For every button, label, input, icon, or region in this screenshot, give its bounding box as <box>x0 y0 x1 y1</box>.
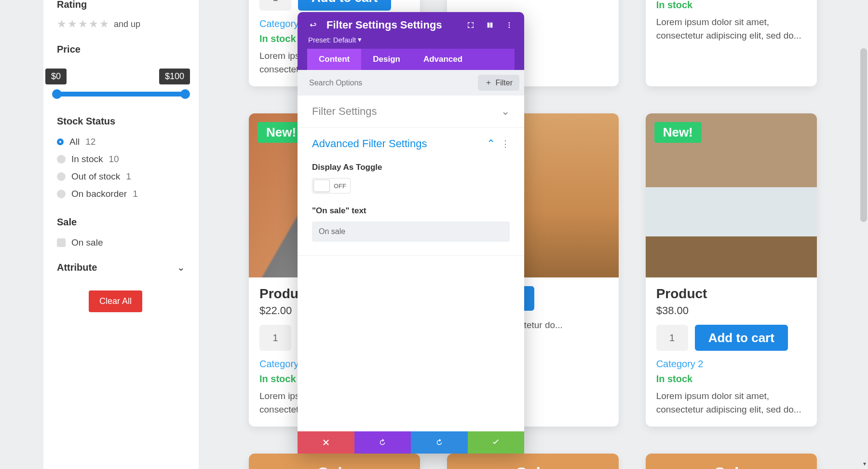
stock-option-count: 1 <box>133 189 138 199</box>
undo-button[interactable] <box>354 431 411 454</box>
radio-icon <box>57 190 66 198</box>
modal-title: Filter Settings Settings <box>326 19 457 31</box>
star-icon: ★ <box>78 19 88 29</box>
on-sale-label: On sale <box>71 237 103 248</box>
product-card: Category 2 In stock Lorem ipsum dolor si… <box>646 0 817 86</box>
price-heading: Price <box>57 44 185 55</box>
svg-point-1 <box>509 25 510 26</box>
tab-content[interactable]: Content <box>307 49 361 70</box>
sale-banner[interactable]: Sale <box>646 454 817 469</box>
onsale-text-label: "On sale" text <box>312 206 510 216</box>
star-icon: ★ <box>89 19 98 29</box>
toggle-state: OFF <box>334 182 346 190</box>
tab-design[interactable]: Design <box>361 49 412 70</box>
add-filter-button[interactable]: ＋ Filter <box>478 75 519 91</box>
columns-icon[interactable] <box>485 20 495 30</box>
price-min: $0 <box>45 69 67 84</box>
modal-tabs: Content Design Advanced <box>307 49 515 70</box>
new-badge: New! <box>654 122 702 143</box>
plus-icon: ＋ <box>485 78 492 88</box>
stock-option[interactable]: All 12 <box>57 137 185 147</box>
preset-label: Preset: Default <box>308 36 356 44</box>
onsale-text-input[interactable] <box>312 221 510 242</box>
star-icon: ★ <box>68 19 77 29</box>
star-icon: ★ <box>57 19 67 29</box>
chevron-down-icon: ⌄ <box>177 262 185 273</box>
modal-header: Filter Settings Settings Preset: Default… <box>298 12 524 70</box>
toggle-knob <box>313 179 330 192</box>
save-button[interactable] <box>468 431 525 454</box>
filter-sidebar: Rating ★ ★ ★ ★ ★ and up Price $0 $100 St… <box>43 0 199 469</box>
preset-dropdown[interactable]: Preset: Default ▾ <box>308 35 515 44</box>
product-name[interactable]: Product <box>656 286 806 302</box>
radio-icon <box>57 172 66 181</box>
rating-filter[interactable]: ★ ★ ★ ★ ★ and up <box>57 19 185 29</box>
display-toggle-label: Display As Toggle <box>312 163 510 172</box>
back-icon[interactable] <box>307 20 318 30</box>
add-to-cart-button[interactable]: Add to cart <box>695 325 788 351</box>
clear-all-button[interactable]: Clear All <box>89 290 142 312</box>
price-max: $100 <box>159 69 190 84</box>
stock-status: In stock <box>656 0 806 11</box>
chevron-down-icon: ⌄ <box>501 105 510 118</box>
product-description: Lorem ipsum dolor sit amet, consectetur … <box>656 15 806 42</box>
product-image[interactable]: New! <box>646 113 817 277</box>
filter-btn-label: Filter <box>495 79 513 87</box>
stock-status-list: All 12 In stock 10 Out of stock 1 On bac… <box>57 137 185 199</box>
filter-settings-modal: Filter Settings Settings Preset: Default… <box>298 12 524 454</box>
quantity-input[interactable]: 1 <box>259 0 291 11</box>
stock-option-count: 1 <box>126 171 131 182</box>
product-price: $38.00 <box>656 304 806 317</box>
chevron-up-icon: ⌃ <box>487 138 495 150</box>
add-to-cart-button[interactable]: Add to cart <box>298 0 391 11</box>
more-icon[interactable] <box>504 20 515 30</box>
stock-option-label: In stock <box>71 154 103 165</box>
discard-button[interactable] <box>298 431 354 454</box>
stock-heading: Stock Status <box>57 116 185 127</box>
checkbox-icon <box>57 238 66 247</box>
section-title: Advanced Filter Settings <box>312 138 427 150</box>
slider-handle-min[interactable] <box>52 89 62 99</box>
resize-handle-icon[interactable]: ▾ <box>863 460 866 467</box>
stock-option-label: All <box>69 137 80 147</box>
slider-handle-max[interactable] <box>180 89 190 99</box>
radio-icon <box>57 138 64 145</box>
sale-banner[interactable]: Sale <box>447 454 618 469</box>
stock-option[interactable]: On backorder 1 <box>57 189 185 199</box>
expand-icon[interactable] <box>465 20 476 30</box>
advanced-section-body: Display As Toggle OFF "On sale" text <box>298 154 524 256</box>
filter-settings-section[interactable]: Filter Settings ⌄ <box>298 96 524 128</box>
rating-and-up: and up <box>114 19 140 29</box>
quantity-input[interactable]: 1 <box>656 325 688 351</box>
stock-option[interactable]: In stock 10 <box>57 154 185 165</box>
section-title: Filter Settings <box>312 105 377 118</box>
display-as-toggle[interactable]: OFF <box>312 178 351 193</box>
stock-status: In stock <box>656 373 806 385</box>
scrollbar[interactable] <box>860 48 867 222</box>
redo-button[interactable] <box>411 431 468 454</box>
product-description: Lorem ipsum dolor sit amet, consectetur … <box>656 389 806 416</box>
stock-option-count: 10 <box>108 154 119 165</box>
sale-banner[interactable]: Sale <box>249 454 420 469</box>
product-card: New! Product $38.00 1 Add to cart Catego… <box>646 113 817 427</box>
search-options-input[interactable] <box>308 78 473 88</box>
product-category-link[interactable]: Category 2 <box>656 359 806 370</box>
rating-heading: Rating <box>57 0 185 10</box>
price-slider[interactable] <box>53 92 189 97</box>
svg-point-2 <box>509 27 510 28</box>
tab-advanced[interactable]: Advanced <box>412 49 515 70</box>
attribute-heading: Attribute <box>57 262 97 273</box>
price-range: $0 $100 <box>57 69 185 86</box>
more-icon[interactable]: ⋮ <box>501 138 510 149</box>
quantity-input[interactable]: 1 <box>259 325 291 351</box>
advanced-filter-settings-section[interactable]: Advanced Filter Settings ⌃ ⋮ <box>298 128 524 154</box>
radio-icon <box>57 155 66 164</box>
stock-option-label: Out of stock <box>71 171 120 182</box>
svg-point-0 <box>509 22 510 24</box>
attribute-section[interactable]: Attribute ⌄ <box>57 262 185 273</box>
stock-option-count: 12 <box>85 137 95 147</box>
on-sale-checkbox[interactable]: On sale <box>57 237 185 248</box>
search-options-row: ＋ Filter <box>298 70 524 96</box>
stock-option[interactable]: Out of stock 1 <box>57 171 185 182</box>
modal-footer <box>298 431 524 454</box>
